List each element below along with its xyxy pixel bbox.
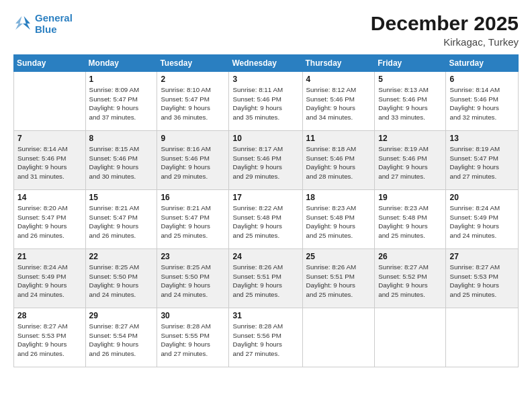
day-number: 20 <box>449 193 515 202</box>
week-row-2: 7Sunrise: 8:14 AMSunset: 5:46 PMDaylight… <box>14 131 519 190</box>
day-info: Sunrise: 8:28 AMSunset: 5:56 PMDaylight:… <box>232 322 298 359</box>
day-info: Sunrise: 8:17 AMSunset: 5:46 PMDaylight:… <box>232 144 298 181</box>
day-cell: 18Sunrise: 8:23 AMSunset: 5:48 PMDayligh… <box>302 190 375 249</box>
day-cell: 22Sunrise: 8:25 AMSunset: 5:50 PMDayligh… <box>85 249 157 308</box>
page: General Blue December 2025 Kirkagac, Tur… <box>0 0 532 411</box>
day-number: 26 <box>378 252 442 261</box>
day-cell: 16Sunrise: 8:21 AMSunset: 5:47 PMDayligh… <box>157 190 229 249</box>
day-number: 5 <box>378 75 442 84</box>
day-cell: 30Sunrise: 8:28 AMSunset: 5:55 PMDayligh… <box>157 308 229 367</box>
day-number: 2 <box>161 75 225 84</box>
day-info: Sunrise: 8:13 AMSunset: 5:46 PMDaylight:… <box>378 85 442 122</box>
day-number: 10 <box>232 134 298 143</box>
day-cell: 29Sunrise: 8:27 AMSunset: 5:54 PMDayligh… <box>85 308 157 367</box>
day-cell: 17Sunrise: 8:22 AMSunset: 5:48 PMDayligh… <box>229 190 302 249</box>
header-day-tuesday: Tuesday <box>157 55 229 72</box>
day-cell: 10Sunrise: 8:17 AMSunset: 5:46 PMDayligh… <box>229 131 302 190</box>
day-number: 19 <box>378 193 442 202</box>
day-cell: 23Sunrise: 8:25 AMSunset: 5:50 PMDayligh… <box>157 249 229 308</box>
day-cell: 4Sunrise: 8:12 AMSunset: 5:46 PMDaylight… <box>302 72 375 131</box>
header-row: SundayMondayTuesdayWednesdayThursdayFrid… <box>14 55 519 72</box>
week-row-3: 14Sunrise: 8:20 AMSunset: 5:47 PMDayligh… <box>14 190 519 249</box>
header-day-thursday: Thursday <box>302 55 375 72</box>
day-info: Sunrise: 8:16 AMSunset: 5:46 PMDaylight:… <box>161 144 225 181</box>
day-cell <box>446 308 519 367</box>
day-info: Sunrise: 8:14 AMSunset: 5:46 PMDaylight:… <box>449 85 515 122</box>
calendar-header: SundayMondayTuesdayWednesdayThursdayFrid… <box>14 55 519 72</box>
day-info: Sunrise: 8:14 AMSunset: 5:46 PMDaylight:… <box>17 144 82 181</box>
day-cell <box>375 308 446 367</box>
day-cell: 14Sunrise: 8:20 AMSunset: 5:47 PMDayligh… <box>14 190 86 249</box>
day-cell <box>14 72 86 131</box>
day-cell <box>302 308 375 367</box>
day-cell: 8Sunrise: 8:15 AMSunset: 5:46 PMDaylight… <box>85 131 157 190</box>
day-cell: 24Sunrise: 8:26 AMSunset: 5:51 PMDayligh… <box>229 249 302 308</box>
day-info: Sunrise: 8:27 AMSunset: 5:53 PMDaylight:… <box>17 322 82 359</box>
week-row-5: 28Sunrise: 8:27 AMSunset: 5:53 PMDayligh… <box>14 308 519 367</box>
day-number: 1 <box>89 75 154 84</box>
day-number: 3 <box>232 75 298 84</box>
header-day-saturday: Saturday <box>446 55 519 72</box>
day-cell: 19Sunrise: 8:23 AMSunset: 5:48 PMDayligh… <box>375 190 446 249</box>
day-number: 23 <box>161 252 225 261</box>
day-number: 17 <box>232 193 298 202</box>
day-cell: 13Sunrise: 8:19 AMSunset: 5:47 PMDayligh… <box>446 131 519 190</box>
logo-line1: General <box>35 12 73 24</box>
day-info: Sunrise: 8:23 AMSunset: 5:48 PMDaylight:… <box>378 203 442 240</box>
day-number: 9 <box>161 134 225 143</box>
day-number: 29 <box>89 311 154 320</box>
day-number: 22 <box>89 252 154 261</box>
header-day-wednesday: Wednesday <box>229 55 302 72</box>
day-number: 13 <box>449 134 515 143</box>
day-number: 31 <box>232 311 298 320</box>
day-cell: 11Sunrise: 8:18 AMSunset: 5:46 PMDayligh… <box>302 131 375 190</box>
day-info: Sunrise: 8:21 AMSunset: 5:47 PMDaylight:… <box>89 203 154 240</box>
day-info: Sunrise: 8:09 AMSunset: 5:47 PMDaylight:… <box>89 85 154 122</box>
title-block: December 2025 Kirkagac, Turkey <box>371 12 519 48</box>
day-info: Sunrise: 8:12 AMSunset: 5:46 PMDaylight:… <box>306 85 371 122</box>
day-info: Sunrise: 8:27 AMSunset: 5:53 PMDaylight:… <box>449 263 515 300</box>
day-info: Sunrise: 8:27 AMSunset: 5:52 PMDaylight:… <box>378 263 442 300</box>
day-number: 25 <box>306 252 371 261</box>
day-number: 16 <box>161 193 225 202</box>
header-day-friday: Friday <box>375 55 446 72</box>
day-info: Sunrise: 8:27 AMSunset: 5:54 PMDaylight:… <box>89 322 154 359</box>
day-number: 18 <box>306 193 371 202</box>
day-cell: 26Sunrise: 8:27 AMSunset: 5:52 PMDayligh… <box>375 249 446 308</box>
day-cell: 3Sunrise: 8:11 AMSunset: 5:46 PMDaylight… <box>229 72 302 131</box>
day-cell: 31Sunrise: 8:28 AMSunset: 5:56 PMDayligh… <box>229 308 302 367</box>
day-cell: 1Sunrise: 8:09 AMSunset: 5:47 PMDaylight… <box>85 72 157 131</box>
day-cell: 12Sunrise: 8:19 AMSunset: 5:46 PMDayligh… <box>375 131 446 190</box>
week-row-1: 1Sunrise: 8:09 AMSunset: 5:47 PMDaylight… <box>14 72 519 131</box>
day-info: Sunrise: 8:23 AMSunset: 5:48 PMDaylight:… <box>306 203 371 240</box>
day-info: Sunrise: 8:19 AMSunset: 5:47 PMDaylight:… <box>449 144 515 181</box>
day-cell: 27Sunrise: 8:27 AMSunset: 5:53 PMDayligh… <box>446 249 519 308</box>
day-info: Sunrise: 8:26 AMSunset: 5:51 PMDaylight:… <box>232 263 298 300</box>
month-title: December 2025 <box>371 12 519 35</box>
day-number: 28 <box>17 311 82 320</box>
day-number: 27 <box>449 252 515 261</box>
day-cell: 28Sunrise: 8:27 AMSunset: 5:53 PMDayligh… <box>14 308 86 367</box>
day-cell: 5Sunrise: 8:13 AMSunset: 5:46 PMDaylight… <box>375 72 446 131</box>
day-number: 11 <box>306 134 371 143</box>
day-cell: 2Sunrise: 8:10 AMSunset: 5:47 PMDaylight… <box>157 72 229 131</box>
svg-marker-1 <box>15 16 23 30</box>
logo: General Blue <box>13 12 73 36</box>
day-info: Sunrise: 8:15 AMSunset: 5:46 PMDaylight:… <box>89 144 154 181</box>
logo-icon <box>13 14 32 33</box>
day-info: Sunrise: 8:20 AMSunset: 5:47 PMDaylight:… <box>17 203 82 240</box>
day-cell: 21Sunrise: 8:24 AMSunset: 5:49 PMDayligh… <box>14 249 86 308</box>
day-info: Sunrise: 8:28 AMSunset: 5:55 PMDaylight:… <box>161 322 225 359</box>
day-number: 14 <box>17 193 82 202</box>
day-number: 7 <box>17 134 82 143</box>
day-number: 4 <box>306 75 371 84</box>
day-info: Sunrise: 8:21 AMSunset: 5:47 PMDaylight:… <box>161 203 225 240</box>
day-info: Sunrise: 8:24 AMSunset: 5:49 PMDaylight:… <box>17 263 82 300</box>
location-title: Kirkagac, Turkey <box>371 36 519 48</box>
day-cell: 6Sunrise: 8:14 AMSunset: 5:46 PMDaylight… <box>446 72 519 131</box>
day-info: Sunrise: 8:26 AMSunset: 5:51 PMDaylight:… <box>306 263 371 300</box>
day-cell: 9Sunrise: 8:16 AMSunset: 5:46 PMDaylight… <box>157 131 229 190</box>
day-cell: 7Sunrise: 8:14 AMSunset: 5:46 PMDaylight… <box>14 131 86 190</box>
day-info: Sunrise: 8:22 AMSunset: 5:48 PMDaylight:… <box>232 203 298 240</box>
svg-marker-0 <box>23 16 30 30</box>
